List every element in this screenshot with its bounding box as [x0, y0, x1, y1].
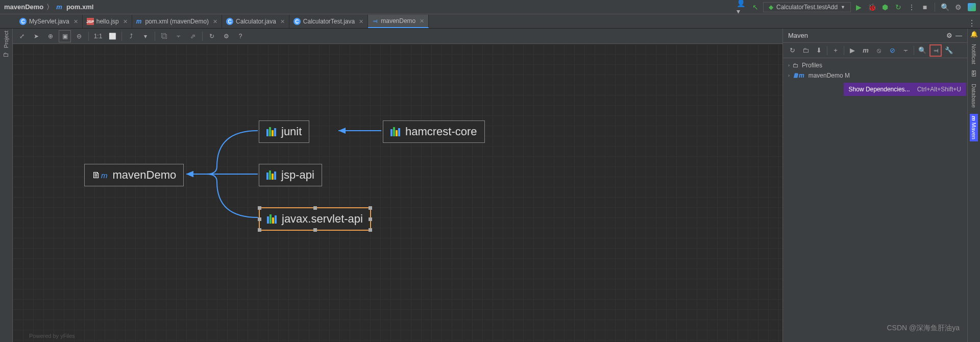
settings-icon[interactable]: ⚙	[220, 30, 232, 42]
zoom-out-icon[interactable]: ⊖	[73, 30, 85, 42]
layout-down-icon[interactable]: ▾	[139, 30, 152, 42]
stop-button[interactable]: ■	[919, 2, 930, 13]
expand-icon[interactable]: ⤢	[16, 30, 28, 42]
hammer-icon[interactable]: ↖	[750, 2, 761, 13]
collapse-icon[interactable]: ⫟	[899, 44, 912, 57]
database-icon[interactable]: 🗄	[971, 70, 977, 78]
project-icon: 🗎m	[92, 170, 108, 181]
node-hamcrest[interactable]: hamcrest-core	[383, 120, 485, 143]
sidebar-notifications[interactable]: Notificat	[970, 42, 978, 66]
show-dependencies-button[interactable]: ⫤	[929, 44, 942, 57]
left-sidebar: Project 🗀	[0, 29, 13, 342]
search-icon[interactable]: 🔍	[939, 2, 950, 13]
right-sidebar: 🔔 Notificat 🗄 Database m Maven	[967, 29, 980, 342]
tab-pom-xml[interactable]: mpom.xml (mavenDemo)✕	[132, 15, 222, 28]
maven-toolbar: ↻ 🗀 ⬇ + ▶ m ⦸ ⊘ ⫟ 🔍 ⫤ 🔧	[783, 43, 967, 58]
breadcrumb-file[interactable]: pom.xml	[66, 3, 93, 11]
minimize-icon[interactable]: —	[955, 32, 962, 39]
close-icon[interactable]: ✕	[420, 18, 424, 25]
class-icon: C	[19, 18, 27, 25]
tabs-menu-icon[interactable]: ⋮	[964, 18, 980, 28]
node-root[interactable]: 🗎m mavenDemo	[84, 164, 184, 186]
selection-handle[interactable]	[313, 228, 317, 232]
separator	[202, 32, 203, 41]
tree-profiles[interactable]: › 🗀 Profiles	[783, 60, 967, 70]
close-icon[interactable]: ✕	[123, 18, 128, 25]
export-icon[interactable]: ⬀	[187, 30, 199, 42]
gear-icon[interactable]: ⚙	[946, 32, 952, 39]
selection-handle[interactable]	[258, 206, 261, 210]
notification-bell-icon[interactable]: 🔔	[970, 31, 978, 38]
library-icon	[390, 127, 400, 136]
add-icon[interactable]: +	[829, 44, 842, 57]
close-icon[interactable]: ✕	[74, 18, 78, 25]
selection-handle[interactable]	[369, 228, 372, 232]
sidebar-project[interactable]: Project	[3, 31, 9, 48]
breadcrumb[interactable]: mavenDemo 〉 m pom.xml	[4, 3, 93, 12]
shield-icon: ◆	[769, 4, 773, 11]
chevron-down-icon: ▼	[841, 5, 845, 10]
close-icon[interactable]: ✕	[213, 18, 217, 25]
tab-hello-jsp[interactable]: JSPhello.jsp✕	[83, 15, 132, 28]
maven-file-icon: m	[136, 18, 142, 25]
wrench-icon[interactable]: 🔧	[943, 44, 955, 57]
avatar-icon[interactable]	[968, 3, 976, 11]
diagram-canvas[interactable]: 🗎m mavenDemo junit jsp-api javax.servlet…	[13, 44, 782, 342]
cursor-icon[interactable]: ➤	[30, 30, 42, 42]
separator	[88, 32, 89, 41]
generate-sources-icon[interactable]: 🗀	[799, 44, 812, 57]
find-icon[interactable]: 🔍	[916, 44, 928, 57]
diagram-toolbar: ⤢ ➤ ⊕ ▣ ⊖ 1:1 ⬜ ⤴ ▾ ⿻ ⫟ ⬀ ↻ ⚙ ?	[13, 29, 782, 44]
maven-m-icon[interactable]: m	[860, 44, 872, 57]
selection-handle[interactable]	[313, 206, 317, 210]
reload-icon[interactable]: ↻	[786, 44, 798, 57]
profile-button[interactable]: ↻	[893, 2, 904, 13]
tree-icon[interactable]: ⫟	[173, 30, 185, 42]
close-icon[interactable]: ✕	[359, 18, 363, 25]
zoom-in-icon[interactable]: ⊕	[44, 30, 57, 42]
fit-content-icon[interactable]: ⬜	[106, 30, 118, 42]
node-jsp-label: jsp-api	[281, 168, 314, 182]
scale-11-icon[interactable]: 1:1	[92, 30, 104, 42]
close-icon[interactable]: ✕	[280, 18, 285, 25]
refresh-icon[interactable]: ↻	[206, 30, 218, 42]
folder-icon[interactable]: 🗀	[3, 51, 9, 58]
tab-calculator-test[interactable]: CCalculatorTest.java✕	[289, 15, 368, 28]
node-junit-label: junit	[281, 125, 302, 138]
breadcrumb-project[interactable]: mavenDemo	[4, 3, 43, 11]
copy-icon[interactable]: ⿻	[158, 30, 170, 42]
library-icon	[266, 127, 276, 136]
chevron-right-icon: ›	[788, 63, 790, 68]
selection-handle[interactable]	[258, 217, 261, 221]
download-icon[interactable]: ⬇	[813, 44, 825, 57]
tree-project[interactable]: › 🗎m mavenDemo M	[783, 70, 967, 81]
run-goal-icon[interactable]: ▶	[846, 44, 859, 57]
sidebar-maven[interactable]: m Maven	[970, 114, 978, 141]
maven-panel: Maven ⚙ — ↻ 🗀 ⬇ + ▶ m ⦸ ⊘ ⫟ 🔍 ⫤ 🔧 ›	[782, 29, 967, 342]
library-icon	[267, 214, 277, 224]
sidebar-database[interactable]: Database	[970, 82, 978, 110]
user-icon[interactable]: 👤▾	[737, 2, 748, 13]
layout-icon[interactable]: ⤴	[125, 30, 137, 42]
run-button[interactable]: ▶	[853, 2, 864, 13]
node-servlet[interactable]: javax.servlet-api	[259, 207, 371, 231]
selection-handle[interactable]	[258, 228, 261, 232]
node-junit[interactable]: junit	[259, 120, 309, 143]
tab-calculator[interactable]: CCalculator.java✕	[222, 15, 289, 28]
gear-icon[interactable]: ⚙	[952, 2, 964, 13]
help-icon[interactable]: ?	[234, 30, 247, 42]
class-icon: C	[293, 18, 301, 25]
coverage-button[interactable]: ⬢	[879, 2, 891, 13]
more-run-icon[interactable]: ⋮	[906, 2, 917, 13]
tooltip-text: Show Dependencies...	[849, 86, 910, 93]
run-config-dropdown[interactable]: ◆ CalculatorTest.testAdd ▼	[763, 2, 851, 12]
selection-handle[interactable]	[369, 217, 372, 221]
toggle-offline-icon[interactable]: ⦸	[873, 44, 885, 57]
node-jsp[interactable]: jsp-api	[259, 164, 322, 186]
tab-myservlet[interactable]: CMyServlet.java✕	[15, 15, 83, 28]
debug-button[interactable]: 🐞	[866, 2, 877, 13]
tab-mavendemo-diagram[interactable]: ⫤mavenDemo✕	[368, 15, 429, 28]
selection-handle[interactable]	[369, 206, 372, 210]
skip-tests-icon[interactable]: ⊘	[886, 44, 898, 57]
fit-icon[interactable]: ▣	[59, 30, 71, 42]
